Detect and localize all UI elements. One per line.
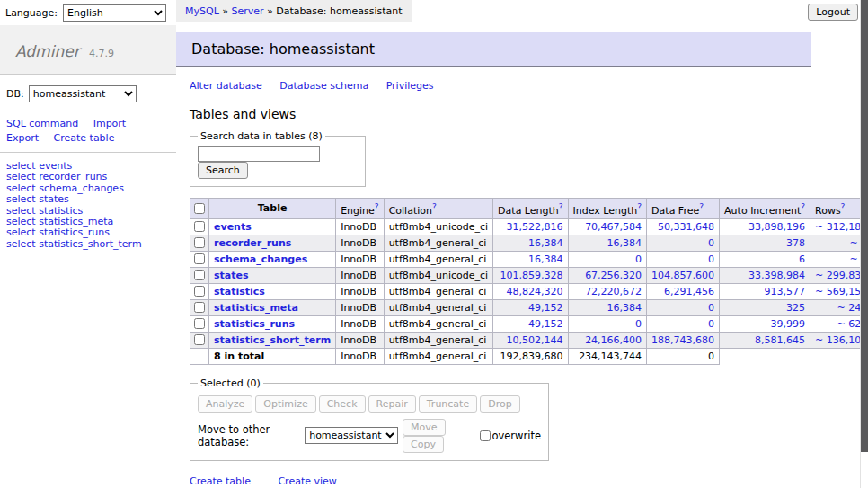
column-header-index-length: Index Length? [568, 199, 647, 219]
create-links: Create table Create view [190, 475, 811, 487]
table-name-cell: statistics_meta [209, 299, 336, 315]
row-checkbox[interactable] [194, 334, 205, 345]
collation-cell: utf8mb4_general_ci [384, 251, 492, 267]
breadcrumb-separator: » [267, 5, 273, 17]
total-collation-cell: utf8mb4_general_ci [384, 348, 492, 364]
total-engine-cell: InnoDB [336, 348, 384, 364]
app-name: Adminer [15, 42, 80, 60]
help-link[interactable]: ? [841, 202, 846, 211]
table-name-cell: schema_changes [209, 251, 336, 267]
table-row-statistics-runs: statistics_runsInnoDButf8mb4_general_ci4… [190, 315, 868, 332]
row-checkbox[interactable] [194, 302, 205, 313]
analyze-button[interactable]: Analyze [198, 395, 252, 413]
table-name-link[interactable]: statistics_runs [214, 318, 295, 330]
row-select-cell [190, 218, 209, 235]
select-all-checkbox[interactable] [194, 203, 205, 214]
table-name-link[interactable]: statistics_meta [214, 302, 298, 314]
overwrite-checkbox[interactable] [480, 430, 491, 441]
drop-button[interactable]: Drop [480, 395, 519, 413]
table-name-link[interactable]: states [214, 270, 249, 281]
row-select-cell [190, 267, 209, 283]
page-title: Database: homeassistant [176, 32, 811, 67]
language-label: Language: [5, 7, 58, 19]
data-length-cell: 10,502,144 [493, 332, 568, 348]
table-name-link[interactable]: events [214, 221, 252, 233]
row-checkbox[interactable] [194, 237, 205, 248]
breadcrumb-link-mysql[interactable]: MySQL [185, 5, 219, 17]
table-name-link[interactable]: statistics [214, 286, 265, 297]
sidebar-action-links: SQL command Import Export Create table [0, 111, 176, 153]
breadcrumb-current: Database: homeassistant [276, 5, 402, 17]
help-superscript: ? [699, 201, 704, 211]
index-length-cell: 70,467,584 [568, 218, 647, 235]
help-link[interactable]: ? [375, 202, 379, 211]
db-select[interactable]: homeassistant [29, 85, 137, 102]
table-name-link[interactable]: statistics_short_term [214, 334, 331, 346]
row-checkbox[interactable] [194, 253, 205, 264]
repair-button[interactable]: Repair [368, 395, 416, 413]
row-checkbox[interactable] [194, 318, 205, 329]
table-name-link[interactable]: schema_changes [214, 253, 307, 265]
tables-list-table: TableEngine?Collation?Data Length?Index … [190, 198, 868, 365]
move-database-select[interactable]: homeassistant [305, 427, 398, 444]
check-button[interactable]: Check [319, 395, 366, 413]
help-superscript: ? [801, 201, 805, 211]
sidebar: Adminer 4.7.9 DB: homeassistant SQL comm… [0, 25, 176, 258]
total-label-cell: 8 in total [209, 348, 336, 364]
collation-cell: utf8mb4_unicode_ci [384, 218, 492, 235]
data-length-cell: 16,384 [493, 235, 568, 251]
sidebar-select-link-recorder-runs[interactable]: select recorder_runs [6, 172, 170, 182]
scrollbar[interactable] [860, 0, 868, 488]
table-row-events: eventsInnoDButf8mb4_unicode_ci31,522,816… [190, 218, 868, 235]
tables-heading: Tables and views [190, 107, 811, 121]
column-header-table: Table [209, 199, 336, 219]
selected-action-buttons: AnalyzeOptimizeCheckRepairTruncateDrop [198, 395, 541, 413]
table-row-statistics-meta: statistics_metaInnoDButf8mb4_general_ci4… [190, 299, 868, 315]
data-length-cell: 31,522,816 [493, 218, 568, 235]
table-row-schema-changes: schema_changesInnoDButf8mb4_general_ci16… [190, 251, 868, 267]
data-free-cell: 0 [647, 299, 720, 315]
row-checkbox[interactable] [194, 270, 205, 280]
sidebar-link-create-table[interactable]: Create table [54, 132, 115, 144]
nav-link-alter-database[interactable]: Alter database [190, 80, 262, 92]
help-link[interactable]: ? [801, 202, 805, 211]
help-link[interactable]: ? [559, 202, 563, 211]
scrollbar-thumb[interactable] [861, 0, 868, 452]
row-checkbox[interactable] [194, 286, 205, 297]
sidebar-link-sql-command[interactable]: SQL command [6, 118, 78, 129]
engine-cell: InnoDB [336, 251, 384, 267]
app-header: Adminer 4.7.9 [0, 25, 176, 75]
language-select[interactable]: English [63, 4, 166, 22]
sidebar-select-link-states[interactable]: select states [6, 194, 170, 205]
truncate-button[interactable]: Truncate [419, 395, 477, 413]
select-all-cell [190, 199, 209, 219]
search-legend: Search data in tables (8) [198, 130, 325, 142]
table-name-link[interactable]: recorder_runs [214, 237, 291, 249]
help-link[interactable]: ? [432, 202, 437, 211]
link-create-view[interactable]: Create view [278, 475, 336, 487]
sidebar-select-link-statistics-short-term[interactable]: select statistics_short_term [6, 239, 170, 250]
row-checkbox[interactable] [194, 221, 205, 232]
sidebar-link-export[interactable]: Export [6, 132, 39, 144]
help-link[interactable]: ? [637, 202, 642, 211]
help-link[interactable]: ? [699, 202, 704, 211]
collation-cell: utf8mb4_general_ci [384, 299, 492, 315]
nav-link-database-schema[interactable]: Database schema [279, 80, 368, 92]
index-length-cell: 24,166,400 [568, 332, 647, 348]
db-label: DB: [6, 88, 24, 100]
logout-button[interactable]: Logout [808, 4, 858, 21]
table-name-cell: statistics_short_term [209, 332, 336, 348]
collation-cell: utf8mb4_general_ci [384, 283, 492, 299]
breadcrumb-link-server[interactable]: Server [232, 5, 264, 17]
optimize-button[interactable]: Optimize [255, 395, 315, 413]
copy-button[interactable]: Copy [403, 436, 444, 453]
link-create-table[interactable]: Create table [190, 475, 251, 487]
move-button[interactable]: Move [403, 419, 446, 436]
collation-cell: utf8mb4_unicode_ci [384, 267, 492, 283]
search-input[interactable] [198, 146, 320, 162]
sidebar-select-link-statistics-runs[interactable]: select statistics_runs [6, 227, 170, 238]
sidebar-link-import[interactable]: Import [93, 118, 127, 129]
table-total-row: 8 in totalInnoDButf8mb4_general_ci192,83… [190, 348, 868, 364]
search-button[interactable]: Search [198, 162, 248, 179]
nav-link-privileges[interactable]: Privileges [386, 80, 434, 92]
